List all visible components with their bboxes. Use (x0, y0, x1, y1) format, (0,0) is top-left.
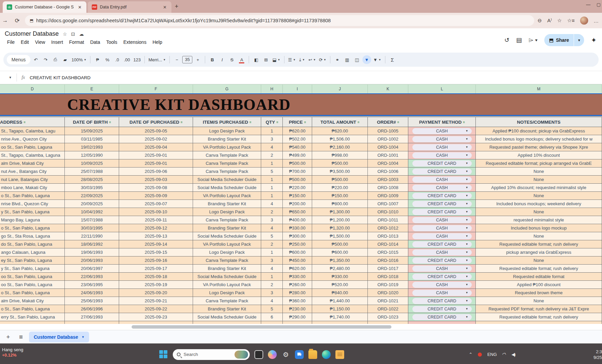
cell-address[interactable]: nrise Ave., Quezon City (0, 135, 65, 143)
column-header-J[interactable]: J (312, 85, 368, 93)
format-percent-icon[interactable]: % (103, 55, 112, 64)
cell-item[interactable]: Logo Design Pack (193, 208, 261, 216)
cell-dob[interactable]: 18/06/1992 (65, 240, 119, 248)
header-price[interactable]: PRICE≡ (283, 117, 312, 127)
payment-method-dropdown[interactable]: CASH▼ (412, 282, 472, 288)
cell-order[interactable]: ORD-1004 (368, 143, 408, 151)
payment-method-dropdown[interactable]: CREDIT CARD▼ (412, 306, 472, 312)
cell-item[interactable]: VA Portfolio Layout Pack (193, 281, 261, 289)
cell-item[interactable]: Logo Design Pack (193, 127, 261, 135)
cell-price[interactable]: ₱250.00 (283, 240, 312, 248)
print-icon[interactable]: ⎙ (51, 55, 60, 64)
cell-item[interactable]: Social Media Scheduler Guide (193, 273, 261, 280)
cell-item[interactable]: Branding Starter Kit (193, 265, 261, 272)
more-menu-icon[interactable]: … (594, 18, 599, 24)
horizontal-align-icon[interactable]: ☰▼ (287, 55, 297, 64)
cell-purchased[interactable]: 2025-09-16 (119, 256, 193, 264)
payment-method-dropdown[interactable]: CREDIT CARD▼ (412, 169, 472, 175)
cell-price[interactable]: ₱150.00 (283, 192, 312, 200)
meet-camera-icon[interactable]: ⌲ ▾ (529, 37, 538, 44)
star-icon[interactable]: ☆ (63, 31, 67, 37)
cell-address[interactable]: erry St., San Pablo, Laguna (0, 313, 65, 321)
cell-address[interactable]: oo St., San Pablo, Laguna (0, 281, 65, 289)
cell-total[interactable]: ₱840.00 (312, 289, 368, 297)
move-folder-icon[interactable]: ⊡ (71, 31, 75, 37)
zoom-out-icon[interactable]: ⊖ (538, 18, 542, 24)
cell-notes[interactable]: pickup arranged via GrabExpress (476, 248, 602, 256)
cell-notes[interactable]: None (476, 192, 602, 200)
share-button[interactable]: ⬒Share ▼ (544, 34, 584, 46)
cell-item[interactable]: Social Media Scheduler Guide (193, 184, 261, 191)
cell-order[interactable]: ORD-1001 (368, 151, 408, 159)
file-explorer-icon[interactable] (308, 350, 317, 359)
column-filter-icon[interactable]: ≡ (109, 120, 111, 124)
start-button[interactable] (159, 350, 168, 359)
microsoft-store-icon[interactable]: ⛟ (295, 350, 304, 359)
cell-address[interactable]: St., Tagapo, Calamba, Laguna (0, 151, 65, 159)
cell-address[interactable]: o St., San Pablo, Laguna (0, 305, 65, 313)
cell-address[interactable]: o St., San Pablo, Laguna (0, 224, 65, 232)
cell-dob[interactable]: 20/06/1993 (65, 256, 119, 264)
cell-qty[interactable]: 2 (261, 240, 283, 248)
cell-address[interactable]: Mango Bay, Laguna (0, 216, 65, 224)
cell-price[interactable]: ₱360.00 (283, 297, 312, 305)
fill-color-icon[interactable]: ◧ (252, 55, 261, 64)
cell-qty[interactable]: 1 (261, 176, 283, 183)
tray-red-status-icon[interactable] (478, 353, 482, 357)
menus-button[interactable]: Menus (7, 55, 30, 64)
cell-qty[interactable]: 1 (261, 248, 283, 256)
cell-purchased[interactable]: 2025-09-01 (119, 151, 193, 159)
cell-payment[interactable]: CREDIT CARD▼ (408, 273, 476, 280)
cell-dob[interactable]: 20/09/2025 (65, 200, 119, 208)
payment-method-dropdown[interactable]: CREDIT CARD▼ (412, 209, 472, 215)
cell-payment[interactable]: CREDIT CARD▼ (408, 159, 476, 167)
cell-payment[interactable]: CASH▼ (408, 248, 476, 256)
cell-purchased[interactable]: 2025-09-08 (119, 184, 193, 191)
cell-qty[interactable]: 5 (261, 168, 283, 175)
cell-payment[interactable]: CASH▼ (408, 151, 476, 159)
cell-payment[interactable]: CASH▼ (408, 281, 476, 289)
clock[interactable]: 2:3 9/25 (591, 349, 602, 360)
cell-purchased[interactable]: 2025-09-11 (119, 216, 193, 224)
cell-dob[interactable]: 19/06/1993 (65, 248, 119, 256)
cell-item[interactable]: Canva Template Pack (193, 151, 261, 159)
cell-qty[interactable]: 1 (261, 192, 283, 200)
cell-item[interactable]: Canva Template Pack (193, 168, 261, 175)
cell-dob[interactable]: 03/11/1985 (65, 135, 119, 143)
cell-notes[interactable]: Requested PDF format; rush delivery via … (476, 305, 602, 313)
cell-dob[interactable]: 24/06/1993 (65, 289, 119, 297)
cell-order[interactable]: ORD-1023 (368, 313, 408, 321)
cell-total[interactable]: ₱500.00 (312, 159, 368, 167)
cell-dob[interactable]: 15/07/1988 (65, 216, 119, 224)
cell-notes[interactable]: Requested brown theme (476, 289, 602, 297)
cell-order[interactable]: ORD-1014 (368, 240, 408, 248)
sheet-tab-menu-icon[interactable]: ▼ (82, 335, 85, 339)
cell-qty[interactable]: 1 (261, 273, 283, 280)
payment-method-dropdown[interactable]: CREDIT CARD▼ (412, 257, 472, 264)
cell-total[interactable]: ₱3,500.00 (312, 168, 368, 175)
decrease-decimal-icon[interactable]: .0 (113, 55, 121, 64)
payment-method-dropdown[interactable]: CASH▼ (412, 144, 472, 150)
cell-dob[interactable]: 26/06/1996 (65, 305, 119, 313)
cell-total[interactable]: ₱998.00 (312, 151, 368, 159)
cell-total[interactable]: ₱220.00 (312, 184, 368, 191)
header-payment-method[interactable]: PAYMENT METHOD≡ (408, 117, 476, 127)
settings-icon[interactable]: ⚙ (281, 350, 290, 359)
cell-notes[interactable]: Requested editable format; rush delivery (476, 265, 602, 272)
wifi-icon[interactable]: ◠̇ (502, 352, 506, 357)
header-order-[interactable]: ORDER#≡ (368, 117, 408, 127)
payment-method-dropdown[interactable]: CREDIT CARD▼ (412, 201, 472, 207)
cell-dob[interactable]: 22/11/1990 (65, 232, 119, 240)
cell-payment[interactable]: CREDIT CARD▼ (408, 208, 476, 216)
cell-notes[interactable]: None (476, 168, 602, 175)
cell-address[interactable]: y St., San Pablo, Laguna (0, 265, 65, 272)
tray-chevron-icon[interactable]: ⌃ (469, 352, 472, 357)
version-history-icon[interactable]: ↺ (504, 36, 509, 44)
cell-total[interactable]: ₱500.00 (312, 176, 368, 183)
menu-format[interactable]: Format (67, 39, 86, 46)
column-header-G[interactable]: G (193, 85, 261, 93)
cell-total[interactable]: ₱1,500.00 (312, 232, 368, 240)
sticky-notes-icon[interactable] (335, 350, 344, 359)
header-notes-comments[interactable]: NOTES/COMMENTS (476, 117, 602, 127)
volume-icon[interactable]: ◀) (512, 352, 515, 357)
